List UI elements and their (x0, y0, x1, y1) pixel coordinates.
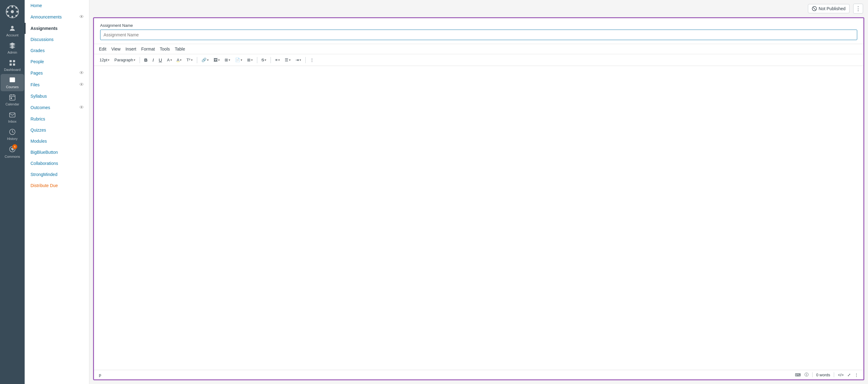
not-published-button[interactable]: Not Published (808, 4, 849, 13)
announcements-visibility-icon[interactable]: 👁 (79, 14, 84, 20)
superscript-button[interactable]: T² ▾ (185, 56, 194, 63)
svg-point-10 (11, 26, 13, 28)
sidebar-item-discussions[interactable]: Discussions (25, 34, 89, 45)
sidebar-item-people[interactable]: People (25, 56, 89, 67)
svg-point-25 (12, 149, 13, 150)
sidebar-item-syllabus[interactable]: Syllabus (25, 91, 89, 102)
svg-point-9 (7, 15, 9, 17)
document-button[interactable]: 📄 ▾ (233, 56, 244, 63)
sidebar-item-grades[interactable]: Grades (25, 45, 89, 56)
sidebar-item-announcements[interactable]: Announcements 👁 (25, 11, 89, 23)
course-sidebar: Home Announcements 👁 Assignments Discuss… (25, 0, 89, 384)
topbar-more-icon: ⋮ (856, 5, 861, 12)
not-published-icon (812, 6, 817, 11)
svg-rect-13 (9, 63, 12, 66)
sidebar-item-rubrics[interactable]: Rubrics (25, 113, 89, 124)
toolbar-separator-5 (305, 57, 306, 63)
nav-item-history[interactable]: History (1, 126, 24, 143)
svg-point-8 (16, 7, 17, 9)
nav-label-history: History (7, 137, 18, 141)
nav-label-dashboard: Dashboard (4, 68, 21, 71)
embed-button[interactable]: ⊞ ▾ (223, 56, 232, 63)
menu-edit[interactable]: Edit (99, 47, 106, 52)
font-size-picker[interactable]: 12pt ▾ (98, 56, 111, 63)
statusbar-separator (812, 372, 812, 377)
toolbar-separator-1 (140, 57, 140, 63)
paragraph-label: Paragraph (114, 58, 133, 62)
sidebar-item-assignments[interactable]: Assignments (25, 23, 89, 34)
pages-visibility-icon[interactable]: 👁 (79, 70, 84, 76)
nav-item-admin[interactable]: Admin (1, 39, 24, 57)
nav-item-courses[interactable]: Courses (1, 74, 24, 91)
topbar-more-button[interactable]: ⋮ (853, 4, 863, 13)
link-button[interactable]: 🔗 ▾ (200, 56, 211, 63)
bold-button[interactable]: B (142, 56, 150, 64)
sidebar-item-pages[interactable]: Pages 👁 (25, 67, 89, 79)
fullscreen-button[interactable]: ⤢ (847, 373, 851, 377)
italic-button[interactable]: I (151, 56, 156, 64)
menu-tools[interactable]: Tools (160, 47, 170, 52)
sidebar-item-distribute-due[interactable]: Distribute Due (25, 180, 89, 191)
nav-item-account[interactable]: Account (1, 22, 24, 39)
not-published-label: Not Published (819, 6, 845, 11)
nav-item-dashboard[interactable]: Dashboard (1, 57, 24, 74)
sidebar-item-files[interactable]: Files 👁 (25, 79, 89, 91)
indent-button[interactable]: ⇥ ▾ (293, 56, 303, 63)
editor-tag: p (99, 373, 101, 377)
highlight-color-button[interactable]: A ▾ (175, 56, 184, 63)
svg-point-6 (7, 7, 9, 9)
sidebar-item-bigbluebutton[interactable]: BigBlueButton (25, 147, 89, 158)
sidebar-item-home[interactable]: Home (25, 0, 89, 11)
paragraph-arrow: ▾ (134, 58, 135, 62)
nav-label-inbox: Inbox (8, 120, 17, 123)
menu-table[interactable]: Table (175, 47, 185, 52)
statusbar-more-button[interactable]: ⋮ (855, 373, 859, 377)
sidebar-item-modules[interactable]: Modules (25, 136, 89, 147)
menu-format[interactable]: Format (141, 47, 155, 52)
svg-line-27 (813, 7, 816, 10)
paragraph-picker[interactable]: Paragraph ▾ (113, 56, 137, 63)
nav-label-courses: Courses (6, 85, 19, 89)
app-logo (5, 5, 19, 19)
menu-insert[interactable]: Insert (125, 47, 136, 52)
accessibility-icon: ⓘ (805, 372, 809, 378)
image-button[interactable]: 🖼 ▾ (212, 56, 221, 63)
files-visibility-icon[interactable]: 👁 (79, 82, 84, 88)
svg-point-7 (16, 15, 17, 17)
more-toolbar-button[interactable]: ⋮ (308, 56, 316, 63)
font-size-arrow: ▾ (108, 58, 110, 62)
toolbar-separator-4 (271, 57, 271, 63)
align-button[interactable]: ≡ ▾ (273, 56, 282, 63)
topbar: Not Published ⋮ (89, 0, 868, 17)
assignment-name-input[interactable] (100, 30, 857, 40)
editor-menu-bar: Edit View Insert Format Tools Table (94, 44, 863, 54)
svg-rect-21 (11, 98, 12, 99)
toolbar-separator-3 (257, 57, 257, 63)
html-source-button[interactable]: </> (838, 373, 844, 377)
strikethrough-button[interactable]: S ▾ (260, 56, 268, 63)
sidebar-item-strongminded[interactable]: StrongMinded (25, 169, 89, 180)
svg-point-3 (11, 16, 13, 18)
menu-view[interactable]: View (111, 47, 121, 52)
svg-rect-14 (13, 63, 15, 66)
sidebar-item-quizzes[interactable]: Quizzes (25, 124, 89, 136)
nav-item-inbox[interactable]: Inbox (1, 109, 24, 126)
list-button[interactable]: ☰ ▾ (283, 56, 292, 63)
svg-point-5 (16, 11, 18, 12)
nav-item-calendar[interactable]: Calendar (1, 91, 24, 109)
font-color-button[interactable]: A ▾ (165, 56, 174, 63)
svg-point-2 (11, 6, 13, 8)
nav-item-commons[interactable]: 6 Commons (1, 143, 24, 161)
statusbar-separator-2 (834, 372, 834, 377)
sidebar-item-collaborations[interactable]: Collaborations (25, 158, 89, 169)
table-button[interactable]: ⊞ ▾ (245, 56, 254, 63)
statusbar-right: ⌨ ⓘ 0 words </> ⤢ ⋮ (795, 372, 859, 378)
editor-toolbar: 12pt ▾ Paragraph ▾ B I U A ▾ A ▾ T² ▾ 🔗 … (94, 54, 863, 66)
assignment-name-label: Assignment Name (100, 23, 857, 28)
underline-button[interactable]: U (157, 56, 164, 64)
toolbar-separator-2 (197, 57, 197, 63)
sidebar-item-outcomes[interactable]: Outcomes 👁 (25, 102, 89, 113)
svg-point-1 (11, 10, 14, 13)
editor-body[interactable] (94, 66, 863, 370)
outcomes-visibility-icon[interactable]: 👁 (79, 105, 84, 110)
